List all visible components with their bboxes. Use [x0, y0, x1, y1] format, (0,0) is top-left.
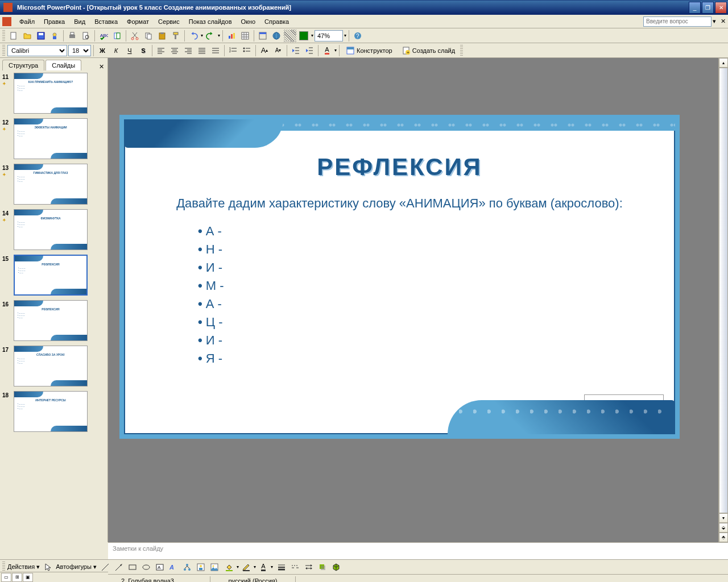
line-color-dropdown-icon[interactable]: ▾: [254, 564, 256, 569]
copy-button[interactable]: [142, 30, 155, 42]
rectangle-button[interactable]: [126, 561, 139, 573]
font-size-select[interactable]: 18: [68, 45, 91, 56]
actions-menu[interactable]: Действия ▾: [7, 563, 40, 571]
undo-dropdown-icon[interactable]: ▾: [201, 33, 203, 38]
distributed-button[interactable]: [209, 44, 222, 57]
scroll-down-button[interactable]: ▾: [719, 513, 728, 523]
thumbnail-row[interactable]: 17СПАСИБО ЗА УРОК!• — — —• — — —• — —: [2, 346, 105, 386]
numbering-button[interactable]: 12: [227, 44, 239, 57]
toolbar-grip[interactable]: [2, 30, 5, 41]
toolbar-grip[interactable]: [2, 562, 5, 573]
justify-button[interactable]: [196, 44, 208, 57]
oval-button[interactable]: [140, 561, 152, 573]
thumbnail-slide[interactable]: РЕФЛЕКСИЯ• — — —• — — —• — —: [14, 255, 88, 296]
cut-button[interactable]: [129, 30, 141, 42]
insert-chart-button[interactable]: [225, 30, 238, 42]
thumbnail-row[interactable]: 14✦ФИЗМИНУТКА• — — —• — — —• — —: [2, 209, 105, 250]
slide-subtitle[interactable]: Давайте дадим характеристику слову «АНИМ…: [124, 195, 675, 213]
scroll-up-button[interactable]: ▴: [719, 58, 728, 68]
zoom-input[interactable]: [315, 30, 343, 41]
research-button[interactable]: [111, 30, 123, 42]
print-button[interactable]: [66, 30, 78, 42]
underline-button[interactable]: Ч: [123, 44, 136, 57]
thumbnail-row[interactable]: 13✦ГИМНАСТИКА ДЛЯ ГЛАЗ• — — —• — — —• — …: [2, 164, 105, 205]
slide-bullet-item[interactable]: М -: [198, 278, 675, 293]
spelling-button[interactable]: ABC: [97, 30, 110, 42]
color-button[interactable]: [297, 30, 310, 42]
3d-style-button[interactable]: [330, 561, 342, 573]
thumbnail-list[interactable]: 11✦КАК ПРИМЕНИТЬ АНИМАЦИЮ?• — — —• — — —…: [0, 70, 107, 542]
dropdown-icon[interactable]: ▾: [311, 33, 313, 38]
fill-dropdown-icon[interactable]: ▾: [237, 564, 239, 569]
thumbnail-row[interactable]: 11✦КАК ПРИМЕНИТЬ АНИМАЦИЮ?• — — —• — — —…: [2, 73, 105, 114]
minimize-button[interactable]: _: [689, 2, 701, 14]
paste-button[interactable]: [156, 30, 168, 42]
redo-button[interactable]: [204, 30, 217, 42]
thumbnail-row[interactable]: 18ИНТЕРНЕТ РЕСУРСЫ• — — —• — — —• — —: [2, 391, 105, 432]
thumbnail-slide[interactable]: КАК ПРИМЕНИТЬ АНИМАЦИЮ?• — — —• — — —• —…: [14, 73, 88, 114]
menu-format[interactable]: Формат: [122, 16, 154, 27]
zoom-dropdown-icon[interactable]: ▾: [344, 33, 346, 38]
menu-slideshow[interactable]: Показ слайдов: [184, 16, 237, 27]
decrease-font-button[interactable]: A▾: [272, 44, 284, 57]
sorter-view-button[interactable]: ⊞: [12, 573, 22, 582]
slide-bullet-item[interactable]: Ц -: [198, 315, 675, 330]
shadow-style-button[interactable]: [316, 561, 329, 573]
thumbnail-slide[interactable]: ФИЗМИНУТКА• — — —• — — —• — —: [14, 209, 88, 250]
font-select[interactable]: Calibri: [7, 45, 67, 56]
new-slide-button[interactable]: +Создать слайд: [398, 44, 459, 57]
thumbnail-row[interactable]: 16РЕФЛЕКСИЯ• — — —• — — —• — —: [2, 300, 105, 341]
font-color-button-2[interactable]: A: [257, 561, 270, 573]
thumbnail-slide[interactable]: СПАСИБО ЗА УРОК!• — — —• — — —• — —: [14, 346, 88, 386]
fill-color-button[interactable]: [223, 561, 235, 573]
menu-window[interactable]: Окно: [237, 16, 260, 27]
normal-view-button[interactable]: ▭: [1, 573, 11, 582]
arrow-style-button[interactable]: [303, 561, 315, 573]
thumbnail-slide[interactable]: ЭФФЕКТЫ АНИМАЦИИ• — — —• — — —• — —: [14, 118, 88, 159]
thumbnail-slide[interactable]: РЕФЛЕКСИЯ• — — —• — — —• — —: [14, 300, 88, 341]
show-hide-grid-button[interactable]: [284, 30, 296, 42]
open-button[interactable]: [21, 30, 34, 42]
tables-borders-button[interactable]: [257, 30, 269, 42]
align-right-button[interactable]: [182, 44, 195, 57]
thumbnail-row[interactable]: 12✦ЭФФЕКТЫ АНИМАЦИИ• — — —• — — —• — —: [2, 118, 105, 159]
menu-file[interactable]: Файл: [15, 16, 39, 27]
help-search-input[interactable]: [643, 16, 712, 27]
bold-button[interactable]: Ж: [96, 44, 109, 57]
close-button[interactable]: ✕: [715, 2, 727, 14]
arrow-button[interactable]: [113, 561, 125, 573]
toolbar-grip[interactable]: [460, 45, 463, 56]
help-button[interactable]: ?: [351, 30, 364, 42]
textbox-button[interactable]: A: [154, 561, 166, 573]
increase-font-button[interactable]: A▴: [258, 44, 271, 57]
slide-bullet-item[interactable]: А -: [198, 224, 675, 239]
redo-dropdown-icon[interactable]: ▾: [218, 33, 220, 38]
new-button[interactable]: [7, 30, 20, 42]
menu-view[interactable]: Вид: [69, 16, 90, 27]
insert-picture-button[interactable]: [208, 561, 221, 573]
slide-bullet-list[interactable]: А -Н -И -М -А -Ц -И -Я -: [198, 224, 675, 366]
wordart-button[interactable]: A: [167, 561, 180, 573]
font-color-button[interactable]: A: [321, 44, 333, 57]
decrease-indent-button[interactable]: [289, 44, 302, 57]
notes-pane[interactable]: Заметки к слайду: [108, 542, 728, 559]
permission-button[interactable]: [48, 30, 61, 42]
increase-indent-button[interactable]: [303, 44, 316, 57]
font-color-dropdown-icon-2[interactable]: ▾: [271, 564, 273, 569]
slide-bullet-item[interactable]: И -: [198, 260, 675, 275]
next-slide-button[interactable]: ⬘: [719, 533, 728, 542]
restore-button[interactable]: ❐: [702, 2, 714, 14]
thumbnail-slide[interactable]: ГИМНАСТИКА ДЛЯ ГЛАЗ• — — —• — — —• — —: [14, 164, 88, 205]
slide-bullet-item[interactable]: И -: [198, 333, 675, 348]
insert-table-button[interactable]: [239, 30, 251, 42]
thumbnail-slide[interactable]: ИНТЕРНЕТ РЕСУРСЫ• — — —• — — —• — —: [14, 391, 88, 432]
tab-slides[interactable]: Слайды: [46, 60, 81, 70]
line-style-button[interactable]: [275, 561, 288, 573]
format-painter-button[interactable]: [169, 30, 182, 42]
align-left-button[interactable]: [155, 44, 167, 57]
insert-hyperlink-button[interactable]: [270, 30, 283, 42]
italic-button[interactable]: К: [110, 44, 122, 57]
slide-bullet-item[interactable]: Н -: [198, 242, 675, 257]
designer-button[interactable]: Конструктор: [342, 44, 396, 57]
dropdown-icon[interactable]: ▾: [713, 18, 716, 25]
